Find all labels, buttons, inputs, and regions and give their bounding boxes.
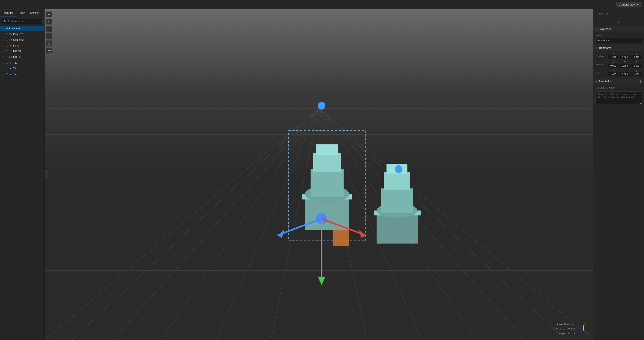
item-circle-mixer1	[6, 50, 8, 52]
collapse-sidebar-button[interactable]: ‹	[44, 171, 48, 179]
inspector-panel: Inspector + ▼ Properties Name ▼ Transfor…	[593, 9, 644, 340]
transform-section-body: Position X Y Z	[593, 51, 644, 78]
svg-line-30	[113, 108, 319, 340]
svg-line-39	[319, 108, 566, 340]
tab-rules[interactable]: Rules	[16, 9, 28, 17]
svg-line-28	[44, 108, 319, 340]
tag-icon-1: ●	[9, 61, 12, 65]
hierarchy-item-light[interactable]: ⊙ ✳ Light 👁	[0, 43, 44, 49]
svg-rect-0	[9, 34, 11, 35]
add-object-button[interactable]: +	[46, 26, 52, 32]
scale-z-axis-label: Z	[636, 70, 637, 72]
hierarchy-item-tag1[interactable]: ⊙ ● Tag 👁	[0, 60, 44, 66]
top-bar: Camera View ▼	[0, 0, 644, 9]
svg-line-33	[271, 108, 319, 340]
hierarchy-item-mixer2[interactable]: ⊙ MIXER 👁	[0, 54, 44, 60]
annotation-chevron-icon: ▼	[596, 80, 597, 83]
properties-chevron-icon: ▼	[596, 28, 597, 30]
inspector-tab[interactable]: Inspector	[596, 9, 609, 18]
annotation-menu-button[interactable]: ⋮	[639, 80, 642, 83]
svg-marker-3	[11, 39, 12, 41]
transform-section-label: Transform	[599, 47, 611, 50]
sidebar: Hierarchy Rules Settings 🔍 ⊙ Annotation …	[0, 9, 44, 340]
axis-indicator: Y X Z	[577, 324, 590, 337]
scale-z-field: Z	[631, 70, 642, 76]
properties-section: ▼ Properties Name	[593, 26, 644, 45]
transform-section-header[interactable]: ▼ Transform	[593, 45, 644, 51]
camera-icon-camera1	[9, 33, 12, 36]
item-dot-icon: ⊙	[2, 27, 5, 30]
annotation-title-group: ▼ Annotation	[596, 80, 612, 83]
svg-marker-1	[11, 33, 12, 35]
hierarchy-item-camera2[interactable]: ⊙ Camera2 👁	[0, 37, 44, 43]
item-circle-tag3	[6, 73, 8, 75]
tag-icon-3: ●	[9, 73, 12, 76]
item-label-camera2: Camera2	[13, 38, 40, 41]
item-dot-icon: ⊙	[2, 61, 5, 65]
svg-line-36	[319, 108, 422, 340]
hierarchy-item-tag3[interactable]: ⊙ ● Tag 👁	[0, 72, 44, 77]
item-dot-icon: ⊙	[2, 50, 5, 53]
position-x-input[interactable]	[608, 55, 619, 59]
rotation-y-input[interactable]	[620, 64, 630, 68]
scale-y-input[interactable]	[620, 72, 630, 76]
svg-line-32	[216, 108, 319, 340]
svg-text:Z: Z	[578, 333, 579, 334]
position-z-input[interactable]	[631, 55, 642, 59]
svg-marker-68	[586, 332, 588, 334]
scene-statistics: Scene Statistics Vertices : 107,892 Tria…	[556, 322, 576, 336]
viewport[interactable]: ↩ ↪ + 🗑 ‹	[44, 9, 593, 340]
item-dot-icon: ⊙	[2, 67, 5, 70]
move-button[interactable]	[46, 48, 52, 54]
item-dot-icon: ⊙	[2, 33, 5, 36]
scale-z-input[interactable]	[631, 72, 642, 76]
rotation-row: Rotation X Y Z	[596, 61, 642, 68]
scale-x-input[interactable]	[608, 72, 619, 76]
position-y-input[interactable]	[620, 55, 630, 59]
properties-section-label: Properties	[599, 28, 611, 31]
redo-button[interactable]: ↪	[46, 19, 52, 25]
svg-line-37	[319, 108, 476, 340]
hierarchy-item-camera1[interactable]: ⊙ Camera1 👁	[0, 31, 44, 37]
svg-rect-7	[11, 51, 12, 52]
tab-hierarchy[interactable]: Hierarchy	[0, 9, 16, 17]
tab-settings[interactable]: Settings	[28, 9, 42, 17]
item-label-light: Light	[13, 44, 40, 47]
svg-point-73	[583, 329, 584, 331]
scale-row: Scale X Y Z	[596, 70, 642, 76]
inspector-header: Inspector	[593, 9, 644, 18]
camera-view-button[interactable]: Camera View ▼	[616, 2, 642, 8]
properties-section-header[interactable]: ▼ Properties	[593, 26, 644, 32]
position-z-field: Z	[631, 53, 642, 59]
item-dot-icon: ⊙	[2, 73, 5, 76]
viewport-toolbar: ↩ ↪ + 🗑	[46, 12, 52, 54]
scale-label: Scale	[596, 72, 607, 74]
hierarchy-item-mixer1[interactable]: ⊙ MIXER 👁	[0, 49, 44, 54]
search-icon: 🔍	[4, 20, 6, 23]
undo-button[interactable]: ↩	[46, 12, 52, 18]
search-input[interactable]	[8, 20, 41, 23]
item-circle-light	[6, 45, 8, 47]
name-field-input[interactable]	[596, 38, 642, 43]
item-circle-camera1	[6, 33, 8, 35]
scene-stats-label: Scene Statistics	[556, 322, 576, 327]
add-component-button[interactable]: +	[593, 18, 644, 26]
hierarchy-item-tag2[interactable]: ⊙ ● Tag 👁	[0, 66, 44, 72]
name-field-label: Name	[596, 34, 642, 36]
markdown-content-input[interactable]	[596, 91, 642, 104]
rotation-label: Rotation	[596, 63, 607, 66]
annotation-section-header[interactable]: ▼ Annotation ⋮	[593, 78, 644, 85]
inspector-tabs: Inspector	[596, 9, 642, 18]
svg-point-14	[49, 36, 50, 37]
transform-chevron-icon: ▼	[596, 47, 597, 49]
item-label-tag1: Tag	[13, 61, 40, 64]
transform-button[interactable]	[46, 33, 52, 39]
scale-x-axis-label: X	[613, 70, 614, 72]
rotation-x-input[interactable]	[608, 64, 619, 68]
hierarchy-item-annotation[interactable]: ⊙ Annotation 👁	[0, 26, 44, 31]
svg-text:X: X	[588, 332, 589, 334]
delete-button[interactable]: 🗑	[46, 40, 52, 46]
position-row: Position X Y Z	[596, 53, 642, 59]
camera-icon-camera2	[9, 38, 12, 42]
rotation-z-input[interactable]	[631, 64, 642, 68]
